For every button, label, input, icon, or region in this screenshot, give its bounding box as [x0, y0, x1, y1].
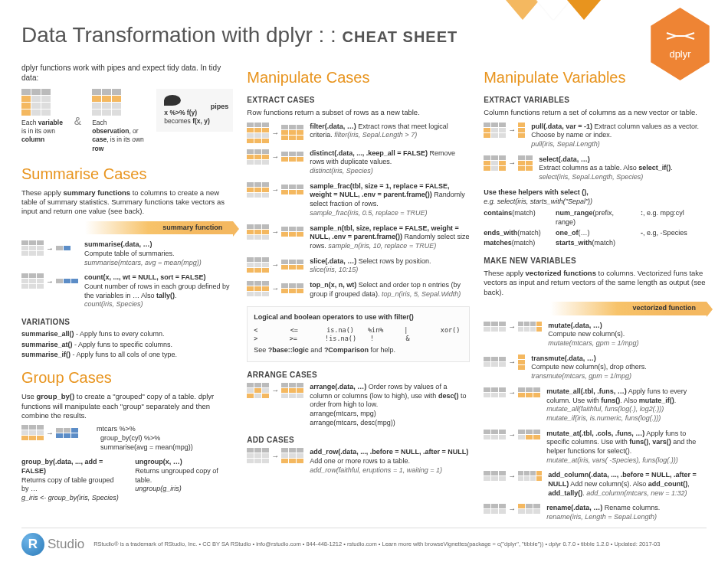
extract-vars-desc: Column functions return a set of columns… [484, 108, 707, 117]
pull-entry: →pull(.data, var = -1) Extract column va… [484, 123, 707, 149]
makenew-heading: MAKE NEW VARIABLES [484, 256, 707, 266]
topn-entry: →top_n(x, n, wt) Select and order top n … [247, 281, 470, 299]
rstudio-logo: R Studio [21, 533, 84, 556]
footer: R Studio RStudio® is a trademark of RStu… [21, 528, 707, 556]
extract-vars-heading: EXTRACT VARIABLES [484, 95, 707, 105]
intro-text: dplyr functions work with pipes and expe… [21, 63, 233, 83]
group-illustration: → mtcars %>% group_by(cyl) %>% summarise… [21, 425, 233, 452]
count-example: count(iris, Species) [84, 300, 143, 308]
addrow-entry: →add_row(.data, ..., .before = NULL, .af… [247, 448, 470, 475]
variations-heading: VARIATIONS [21, 317, 233, 327]
pipes-box: pipes x %>% f(y)becomes f(x, y) [156, 89, 233, 132]
grouped-icon [56, 428, 78, 438]
summarise-heading: Summarise Cases [21, 164, 233, 184]
summary-function-banner: summary function [21, 221, 233, 235]
extract-cases-heading: EXTRACT CASES [247, 95, 470, 105]
table-icon [21, 273, 44, 289]
rstudio-studio-text: Studio [48, 536, 84, 553]
samplen-entry: →sample_n(tbl, size, replace = FALSE, we… [247, 224, 470, 251]
addcases-heading: ADD CASES [247, 435, 470, 445]
mutate-entry: →mutate(.data, …)Compute new column(s).m… [484, 322, 707, 348]
page-title: Data Transformation with dplyr : : CHEAT… [21, 21, 707, 49]
result-icon [56, 279, 78, 283]
vectorized-function-banner: vectorized function [484, 302, 707, 315]
summarise-desc-text: Compute table of summaries. [84, 250, 175, 257]
result-icon [56, 246, 78, 250]
footer-text: RStudio® is a trademark of RStudio, Inc.… [93, 541, 707, 548]
rstudio-r-icon: R [21, 533, 44, 556]
pliers-icon [665, 27, 696, 45]
distinct-entry: →distinct(.data, ..., .keep_all = FALSE)… [247, 149, 470, 176]
group-code: mtcars %>% group_by(cyl) %>% summarise(a… [97, 425, 233, 452]
rename-entry: →rename(.data, …) Rename columns.rename(… [484, 504, 707, 521]
mutateat-entry: →mutate_at(.tbl, .cols, .funs, …) Apply … [484, 430, 707, 466]
groupby-entry: group_by(.data, ..., add = FALSE)Returns… [21, 458, 120, 502]
title-main: Data Transformation with dplyr : : [21, 23, 343, 47]
makenew-desc: These apply vectorized functions to colu… [484, 269, 707, 297]
logic-operators-box: Logical and boolean operators to use wit… [247, 306, 470, 361]
tidy-row-illustration: Each observation, or case, is in its own… [92, 89, 146, 152]
tidy-column-illustration: Each variable is in its own column [21, 89, 64, 144]
row-table-icon [92, 89, 146, 116]
group-heading: Group Cases [21, 368, 233, 387]
ampersand: & [74, 114, 81, 128]
select-entry: →select(.data, …)Extract columns as a ta… [484, 155, 707, 182]
logic-header: Logical and boolean operators to use wit… [254, 313, 463, 322]
select-helpers: Use these helpers with select (),e.g. se… [484, 188, 707, 248]
column-table-icon [21, 89, 64, 116]
filter-entry: →filter(.data, …) Extract rows that meet… [247, 123, 470, 143]
count-entry: → count(x, ..., wt = NULL, sort = FALSE)… [21, 273, 233, 309]
pipes-label: pipes [211, 103, 229, 112]
pipe-icon [164, 95, 181, 106]
ungroup-entry: ungroup(x, …)Returns ungrouped copy of t… [135, 458, 233, 502]
extract-cases-desc: Row functions return a subset of rows as… [247, 108, 470, 117]
table-icon [21, 425, 44, 440]
count-sig: count(x, ..., wt = NULL, sort = FALSE) [84, 273, 206, 281]
arrange-entry: →arrange(.data, …) Order rows by values … [247, 383, 470, 427]
group-desc: Use group_by() to create a "grouped" cop… [21, 392, 233, 420]
decorative-triangles [475, 0, 628, 21]
arrange-heading: ARRANGE CASES [247, 370, 470, 380]
hex-label: dplyr [669, 48, 690, 61]
variations-list: summarise_all() - Apply funs to every co… [21, 330, 233, 360]
table-icon [21, 240, 44, 256]
slice-entry: →slice(.data, …) Select rows by position… [247, 257, 470, 275]
summarise-entry: → summarise(.data, …)Compute table of su… [21, 240, 233, 267]
summarise-example: summarise(mtcars, avg = mean(mpg)) [84, 259, 202, 266]
manipulate-cases-heading: Manipulate Cases [247, 67, 470, 87]
addcolumn-entry: →add_column(.data, ..., .before = NULL, … [484, 471, 707, 498]
title-bold: CHEAT SHEET [343, 28, 458, 45]
mutateall-entry: →mutate_all(.tbl, .funs, …) Apply funs t… [484, 387, 707, 423]
transmute-entry: →transmute(.data, …)Compute new column(s… [484, 355, 707, 381]
summarise-sig: summarise(.data, …) [84, 240, 152, 248]
samplefrac-entry: →sample_frac(tbl, size = 1, replace = FA… [247, 182, 470, 218]
summarise-desc: These apply summary functions to columns… [21, 188, 233, 217]
